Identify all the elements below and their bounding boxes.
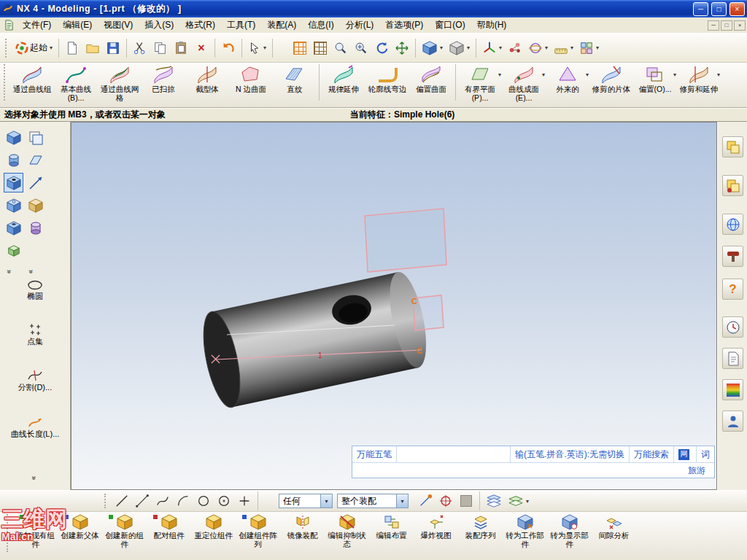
- ft-trimmed-sheet[interactable]: 修剪的片体: [589, 64, 633, 106]
- tool-curve-length[interactable]: 曲线长度(L)...: [0, 415, 70, 439]
- ime-search-button[interactable]: 万能搜索: [630, 446, 674, 462]
- help-icon[interactable]: ?: [722, 279, 743, 300]
- selection-mode-button[interactable]: ▾: [246, 39, 268, 58]
- extrude-icon[interactable]: [26, 195, 45, 215]
- block-icon[interactable]: [4, 128, 23, 147]
- wireframe-view-button[interactable]: ▾: [446, 39, 472, 58]
- zoom-button[interactable]: [331, 39, 350, 58]
- ft-trim-extend[interactable]: 修剪和延伸▾: [677, 64, 721, 106]
- chevron-down-icon[interactable]: ▾: [396, 494, 408, 508]
- sketch-outline-small[interactable]: [413, 295, 444, 330]
- chevron-down-icon[interactable]: ▾: [673, 71, 676, 78]
- curve-point-button[interactable]: [235, 491, 254, 510]
- ft-basic-curves[interactable]: 基本曲线(B)...: [54, 64, 98, 106]
- graphics-viewport[interactable]: C C 1 万能五笔 输(五笔.拼音.英语):无需切换 万能搜索 网 词 旅游: [71, 122, 717, 490]
- add-component-button[interactable]: 添加现有组件: [13, 514, 58, 548]
- mdi-close-button[interactable]: ×: [734, 20, 746, 31]
- chevron-down-icon[interactable]: ▾: [542, 71, 545, 78]
- snap-endpoint-button[interactable]: [416, 491, 435, 510]
- assembly-navigator-icon[interactable]: [722, 136, 743, 158]
- ft-n-sided-surface[interactable]: N 边曲面: [229, 64, 273, 106]
- clearance-analysis-button[interactable]: 间隙分析: [592, 514, 636, 540]
- curve-line-button[interactable]: [112, 491, 131, 510]
- curve-spline-button[interactable]: [153, 491, 172, 510]
- menu-item-tools[interactable]: 工具(T): [221, 17, 261, 34]
- ime-dict-button[interactable]: 词: [697, 446, 714, 462]
- materials-icon[interactable]: [722, 246, 743, 267]
- ime-travel-link[interactable]: 旅游: [688, 464, 705, 477]
- ft-law-extension[interactable]: 规律延伸: [322, 64, 365, 106]
- chevron-down-icon[interactable]: ▾: [586, 71, 589, 78]
- chevron-down-icon[interactable]: »: [30, 476, 38, 481]
- ft-through-curves[interactable]: 通过曲线组: [10, 64, 54, 106]
- make-displayed-part-button[interactable]: 转为显示部件: [547, 514, 592, 548]
- cut-button[interactable]: [131, 39, 150, 58]
- cylinder-icon[interactable]: [4, 150, 23, 170]
- sketch-icon[interactable]: [26, 128, 45, 147]
- pan-button[interactable]: [392, 39, 411, 58]
- web-browser-icon[interactable]: [722, 214, 743, 235]
- measure-button[interactable]: ▾: [551, 39, 576, 58]
- menu-item-preferences[interactable]: 首选项(P): [379, 17, 429, 34]
- work-plane-button[interactable]: [311, 39, 330, 58]
- ft-curve-to-surface[interactable]: 曲线成面(E)...▾: [502, 64, 546, 106]
- pad-icon[interactable]: [4, 241, 23, 260]
- history-icon[interactable]: [722, 316, 743, 338]
- part-navigator-icon[interactable]: [722, 175, 743, 196]
- roles-icon[interactable]: [722, 411, 743, 432]
- ft-swept[interactable]: 已扫掠: [142, 64, 185, 106]
- chevron-down-icon[interactable]: ▾: [498, 71, 501, 78]
- toolbar-grip[interactable]: [4, 64, 8, 101]
- ime-toolbar[interactable]: 万能五笔 输(五笔.拼音.英语):无需切换 万能搜索 网 词 旅游: [352, 446, 715, 478]
- toolbar-grip[interactable]: [5, 39, 9, 58]
- maximize-button[interactable]: □: [711, 2, 727, 16]
- close-button[interactable]: ×: [729, 2, 745, 16]
- menu-item-assemblies[interactable]: 装配(A): [261, 17, 302, 34]
- chevron-down-icon[interactable]: »: [5, 270, 13, 274]
- tool-ellipse[interactable]: 椭圆: [0, 279, 70, 301]
- mate-component-button[interactable]: 配对组件: [147, 514, 191, 540]
- selection-scope-select[interactable]: 整个装配 ▾: [337, 494, 409, 508]
- assembly-sequence-button[interactable]: 装配序列: [458, 514, 503, 540]
- edit-arrangement-button[interactable]: 编辑布置: [369, 514, 414, 540]
- hole-icon[interactable]: [4, 173, 23, 192]
- boss-icon[interactable]: [4, 195, 23, 215]
- ft-flange[interactable]: 轮廓线弯边: [365, 64, 409, 106]
- chevron-down-icon[interactable]: ▾: [717, 71, 720, 78]
- snap-center-button[interactable]: [436, 491, 455, 510]
- pocket-icon[interactable]: [4, 218, 23, 238]
- create-new-parent-button[interactable]: 创建新父体: [58, 514, 102, 540]
- ft-bounded-plane[interactable]: 有界平面(P)...▾: [458, 64, 502, 106]
- open-file-button[interactable]: [83, 39, 102, 58]
- zoom-in-out-button[interactable]: [352, 39, 371, 58]
- snap-grid-button[interactable]: [290, 39, 309, 58]
- curve-line-point-button[interactable]: [133, 491, 152, 510]
- ft-foreign[interactable]: 外来的▾: [546, 64, 589, 106]
- reposition-component-button[interactable]: 重定位组件: [191, 514, 236, 540]
- snap-grid-point-button[interactable]: [457, 491, 476, 510]
- ime-input-area[interactable]: [397, 446, 511, 462]
- ft-offset-surface[interactable]: 偏置曲面: [409, 64, 453, 106]
- ft-ruled[interactable]: 直纹: [273, 64, 317, 106]
- layer-visible-button[interactable]: [484, 491, 504, 510]
- undo-button[interactable]: [219, 39, 238, 58]
- menu-item-help[interactable]: 帮助(H): [471, 17, 513, 34]
- new-file-button[interactable]: [63, 39, 82, 58]
- ime-web-button[interactable]: 网: [674, 446, 697, 462]
- toolbar-grip[interactable]: [7, 514, 11, 552]
- copy-button[interactable]: [151, 39, 170, 58]
- mdi-restore-button[interactable]: □: [721, 20, 732, 31]
- menu-item-edit[interactable]: 编辑(E): [57, 17, 98, 34]
- snap-point-button[interactable]: [506, 39, 525, 58]
- ime-name[interactable]: 万能五笔: [352, 446, 397, 462]
- make-work-part-button[interactable]: 转为工作部件: [503, 514, 547, 548]
- tool-divide[interactable]: 分割(D)...: [0, 368, 70, 392]
- curve-circle-button[interactable]: [194, 491, 213, 510]
- menu-item-analysis[interactable]: 分析(L): [340, 17, 380, 34]
- mirror-assembly-button[interactable]: 镜像装配: [280, 514, 325, 540]
- menu-item-window[interactable]: 窗口(O): [429, 17, 471, 34]
- revolve-icon[interactable]: [26, 218, 45, 238]
- save-button[interactable]: [104, 39, 123, 58]
- shaded-view-button[interactable]: ▾: [419, 39, 445, 58]
- more-tools-button[interactable]: ▾: [577, 39, 601, 58]
